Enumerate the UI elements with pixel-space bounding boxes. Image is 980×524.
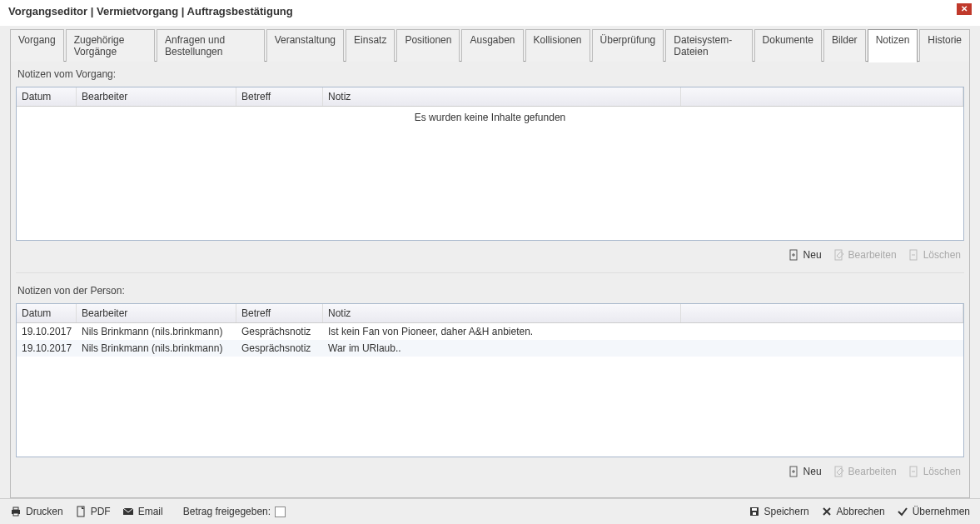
section1-header-row: Datum Bearbeiter Betreff Notiz [17, 87, 963, 107]
new-icon [788, 249, 800, 261]
window-title: Vorgangseditor | Vermietvorgang | Auftra… [8, 5, 293, 17]
betrag-freigegeben-control: Betrag freigegeben: [183, 506, 286, 517]
pdf-label: PDF [91, 506, 111, 517]
email-icon [122, 506, 134, 517]
tab-historie[interactable]: Historie [919, 29, 970, 62]
delete-icon [908, 466, 920, 477]
tab-kollisionen[interactable]: Kollisionen [525, 29, 590, 62]
speichern-button[interactable]: Speichern [749, 506, 809, 517]
section2-table: Datum Bearbeiter Betreff Notiz 19.10.201… [16, 303, 964, 457]
pdf-icon [75, 506, 87, 517]
tab-notizen[interactable]: Notizen [868, 29, 918, 62]
section2-neu-label: Neu [803, 466, 822, 477]
cell-bearbeiter: Nils Brinkmann (nils.brinkmann) [77, 342, 236, 355]
section1-empty-text: Es wurden keine Inhalte gefunden [17, 107, 963, 240]
print-icon [10, 506, 22, 517]
titlebar: Vorgangseditor | Vermietvorgang | Auftra… [0, 0, 980, 26]
pdf-button[interactable]: PDF [75, 506, 111, 517]
edit-icon [833, 466, 845, 477]
drucken-label: Drucken [26, 506, 63, 517]
uebernehmen-button[interactable]: Übernehmen [897, 506, 970, 517]
section2-col-betreff[interactable]: Betreff [236, 304, 323, 322]
section2-neu-button[interactable]: Neu [788, 466, 822, 477]
section1-col-betreff[interactable]: Betreff [236, 87, 323, 106]
table-row[interactable]: 19.10.2017 Nils Brinkmann (nils.brinkman… [17, 340, 963, 357]
section2-col-rest [681, 304, 963, 322]
save-icon [749, 506, 760, 517]
abbrechen-button[interactable]: Abbrechen [821, 506, 885, 517]
cell-datum: 19.10.2017 [17, 342, 77, 355]
section1-button-bar: Neu Bearbeiten Löschen [16, 244, 964, 269]
tab-bilder[interactable]: Bilder [823, 29, 866, 62]
cell-betreff: Gesprächsnotiz [236, 342, 323, 355]
section2-col-datum[interactable]: Datum [17, 304, 77, 322]
section2-bearbeiten-button[interactable]: Bearbeiten [833, 466, 897, 477]
svg-rect-13 [753, 512, 756, 515]
tab-vorgang[interactable]: Vorgang [10, 29, 64, 62]
speichern-label: Speichern [764, 506, 809, 517]
tab-anfragen-und-bestellungen[interactable]: Anfragen und Bestellungen [157, 29, 265, 62]
betrag-checkbox[interactable] [275, 507, 286, 517]
cell-bearbeiter: Nils Brinkmann (nils.brinkmann) [77, 325, 236, 338]
section1-neu-label: Neu [803, 249, 822, 261]
betrag-label: Betrag freigegeben: [183, 506, 271, 517]
tab-dokumente[interactable]: Dokumente [754, 29, 822, 62]
section2-header-row: Datum Bearbeiter Betreff Notiz [17, 304, 963, 323]
section1-bearbeiten-label: Bearbeiten [848, 249, 897, 261]
section1-col-rest [681, 87, 963, 106]
cancel-icon [821, 506, 833, 517]
svg-rect-8 [13, 513, 18, 516]
section2-col-bearbeiter[interactable]: Bearbeiter [77, 304, 236, 322]
section1-loeschen-label: Löschen [923, 249, 961, 261]
delete-icon [908, 249, 920, 261]
close-button[interactable]: ✕ [957, 3, 972, 15]
cell-datum: 19.10.2017 [17, 325, 77, 338]
abbrechen-label: Abbrechen [837, 506, 885, 517]
tab-body-notizen: Notizen vom Vorgang: Datum Bearbeiter Be… [10, 61, 970, 498]
email-button[interactable]: Email [122, 506, 163, 517]
tab-dateisystem-dateien[interactable]: Dateisystem-Dateien [665, 29, 752, 62]
tab-strip: Vorgang Zugehörige Vorgänge Anfragen und… [10, 29, 970, 62]
uebernehmen-label: Übernehmen [913, 506, 970, 517]
table-row[interactable]: 19.10.2017 Nils Brinkmann (nils.brinkman… [17, 323, 963, 340]
tab-positionen[interactable]: Positionen [396, 29, 460, 62]
section2-loeschen-button[interactable]: Löschen [908, 466, 961, 477]
section1-col-notiz[interactable]: Notiz [323, 87, 681, 106]
section2-bearbeiten-label: Bearbeiten [848, 466, 897, 477]
tab-ueberpruefung[interactable]: Überprüfung [592, 29, 664, 62]
cell-notiz: Ist kein Fan von Pioneer, daher A&H anbi… [323, 325, 681, 338]
section2-label: Notizen von der Person: [16, 283, 964, 300]
section-divider [16, 272, 964, 273]
tab-zugehoerige-vorgaenge[interactable]: Zugehörige Vorgänge [66, 29, 155, 62]
check-icon [897, 506, 908, 517]
svg-rect-12 [752, 508, 757, 511]
footer-bar: Drucken PDF Email Betrag freigegeben: Sp… [0, 498, 980, 524]
svg-rect-7 [13, 507, 18, 510]
section2-loeschen-label: Löschen [923, 466, 961, 477]
close-icon: ✕ [961, 5, 968, 13]
section1-col-bearbeiter[interactable]: Bearbeiter [77, 87, 236, 106]
section1-neu-button[interactable]: Neu [788, 249, 822, 261]
tab-einsatz[interactable]: Einsatz [346, 29, 395, 62]
section2-col-notiz[interactable]: Notiz [323, 304, 681, 322]
email-label: Email [138, 506, 163, 517]
svg-rect-9 [77, 507, 84, 517]
section1-col-datum[interactable]: Datum [17, 87, 77, 106]
section2-button-bar: Neu Bearbeiten Löschen [16, 461, 964, 486]
new-icon [788, 466, 800, 477]
section1-bearbeiten-button[interactable]: Bearbeiten [833, 249, 897, 261]
cell-betreff: Gesprächsnotiz [236, 325, 323, 338]
cell-notiz: War im URlaub.. [323, 342, 681, 355]
section1-table: Datum Bearbeiter Betreff Notiz Es wurden… [16, 87, 964, 241]
section1-label: Notizen vom Vorgang: [16, 67, 964, 83]
edit-icon [833, 249, 845, 261]
tab-veranstaltung[interactable]: Veranstaltung [266, 29, 344, 62]
section2-rows: 19.10.2017 Nils Brinkmann (nils.brinkman… [17, 323, 963, 457]
tab-ausgaben[interactable]: Ausgaben [461, 29, 523, 62]
section1-loeschen-button[interactable]: Löschen [908, 249, 961, 261]
drucken-button[interactable]: Drucken [10, 506, 63, 517]
